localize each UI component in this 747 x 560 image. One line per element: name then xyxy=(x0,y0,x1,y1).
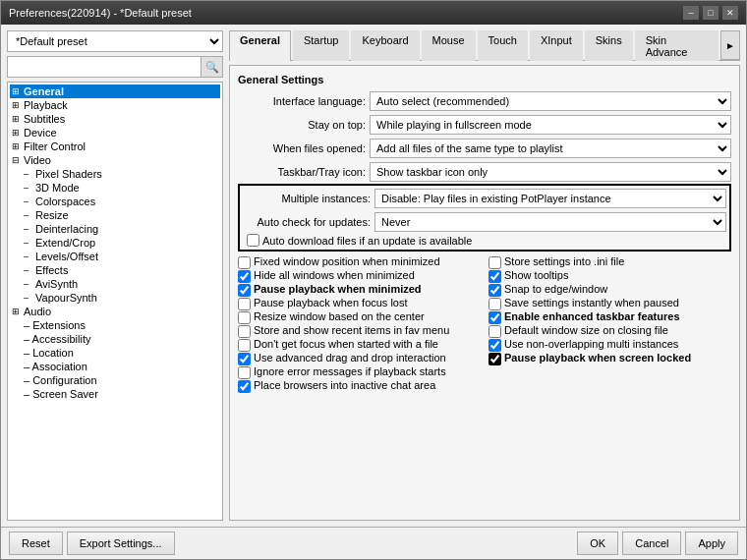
cb-no-focus-input[interactable] xyxy=(238,339,251,352)
search-input[interactable] xyxy=(8,57,201,77)
checkbox-col-left: Fixed window position when minimized Hid… xyxy=(238,255,481,393)
tab-mouse[interactable]: Mouse xyxy=(422,30,476,61)
cb-pause-screen-locked-input[interactable] xyxy=(488,353,501,365)
tree-item-deinterlacing[interactable]: –Deinterlacing xyxy=(22,222,220,236)
tree-label: – Accessibility xyxy=(24,333,90,345)
tree-item-subtitles[interactable]: ⊞ Subtitles xyxy=(10,112,220,126)
tree-label: Video xyxy=(24,154,51,166)
bottom-left: Reset Export Settings... xyxy=(9,532,175,555)
cb-ignore-errors-input[interactable] xyxy=(238,366,251,379)
auto-download-row: Auto download files if an update is avai… xyxy=(243,234,726,247)
cb-pause-minimized-input[interactable] xyxy=(238,284,251,297)
tab-nav-right[interactable]: ► xyxy=(720,30,740,60)
when-files-opened-label: When files opened: xyxy=(238,142,366,154)
content-area: General Settings Interface language: Aut… xyxy=(229,65,740,521)
cb-non-overlapping: Use non-overlapping multi instances xyxy=(488,338,731,352)
tree-item-vapoursynth[interactable]: –VapourSynth xyxy=(22,291,220,305)
auto-download-checkbox[interactable] xyxy=(247,234,259,247)
ok-button[interactable]: OK xyxy=(577,532,618,555)
cancel-button[interactable]: Cancel xyxy=(622,532,681,555)
cb-snap-edge-input[interactable] xyxy=(488,284,501,297)
tree-item-audio[interactable]: ⊞ Audio xyxy=(10,305,220,318)
tree-item-colorspaces[interactable]: –Colorspaces xyxy=(22,195,220,208)
cb-recent-fav-input[interactable] xyxy=(238,325,251,338)
tree-item-3d-mode[interactable]: –3D Mode xyxy=(22,181,220,195)
tree-item-pixel-shaders[interactable]: –Pixel Shaders xyxy=(22,167,220,181)
reset-button[interactable]: Reset xyxy=(9,532,63,555)
tree-item-video[interactable]: ⊟ Video xyxy=(10,153,220,167)
search-button[interactable]: 🔍 xyxy=(201,57,222,77)
tree-item-association[interactable]: – Association xyxy=(10,360,220,373)
export-settings-button[interactable]: Export Settings... xyxy=(67,532,175,555)
tree-item-location[interactable]: – Location xyxy=(10,346,220,360)
cb-show-tooltips-input[interactable] xyxy=(488,270,501,283)
tree-item-filter-control[interactable]: ⊞ Filter Control xyxy=(10,140,220,153)
tree-item-general[interactable]: ⊞ General xyxy=(10,84,220,98)
cb-non-overlapping-input[interactable] xyxy=(488,339,501,352)
cb-drag-drop-input[interactable] xyxy=(238,353,251,365)
cb-resize-center-input[interactable] xyxy=(238,311,251,324)
cb-show-tooltips: Show tooltips xyxy=(488,269,731,283)
cb-pause-focus-input[interactable] xyxy=(238,298,251,310)
tree-item-device[interactable]: ⊞ Device xyxy=(10,126,220,140)
cb-store-ini-input[interactable] xyxy=(488,256,501,269)
title-bar: Preferences(220914) - *Default preset – … xyxy=(1,1,746,25)
tab-xinput[interactable]: XInput xyxy=(530,30,583,61)
preset-select[interactable]: *Default preset xyxy=(7,30,223,52)
tree-item-avisynth[interactable]: –AviSynth xyxy=(22,277,220,291)
expand-icon: ⊞ xyxy=(12,114,22,124)
cb-hide-windows: Hide all windows when minimized xyxy=(238,269,481,283)
tree-item-levels-offset[interactable]: –Levels/Offset xyxy=(22,250,220,263)
tab-keyboard[interactable]: Keyboard xyxy=(351,30,419,61)
tab-skins[interactable]: Skins xyxy=(585,30,633,61)
tree-item-resize[interactable]: –Resize xyxy=(22,208,220,222)
expand-icon: ⊞ xyxy=(12,307,22,316)
tree-item-extend-crop[interactable]: –Extend/Crop xyxy=(22,236,220,250)
cb-resize-center: Resize window based on the center xyxy=(238,310,481,324)
tab-skin-advanced[interactable]: Skin Advance xyxy=(635,30,718,61)
window-title: Preferences(220914) - *Default preset xyxy=(9,7,192,19)
expand-icon: ⊞ xyxy=(12,128,22,138)
cb-hide-windows-input[interactable] xyxy=(238,270,251,283)
taskbar-tray-label: Taskbar/Tray icon: xyxy=(238,166,366,178)
cb-save-paused-input[interactable] xyxy=(488,298,501,310)
search-bar: 🔍 xyxy=(7,56,223,78)
tree-item-accessibility[interactable]: – Accessibility xyxy=(10,332,220,346)
cb-enhanced-taskbar-input[interactable] xyxy=(488,311,501,324)
tree-item-playback[interactable]: ⊞ Playback xyxy=(10,98,220,112)
cb-place-browsers-input[interactable] xyxy=(238,380,251,393)
multiple-instances-select[interactable]: Disable: Play files in existing PotPlaye… xyxy=(374,189,726,208)
apply-button[interactable]: Apply xyxy=(685,532,738,555)
tree-label: – Configuration xyxy=(24,374,97,386)
preferences-window: Preferences(220914) - *Default preset – … xyxy=(0,0,747,560)
stay-on-top-select[interactable]: While playing in fullscreen mode xyxy=(370,115,731,135)
minimize-button[interactable]: – xyxy=(683,6,699,20)
cb-pause-minimized: Pause playback when minimized xyxy=(238,283,481,297)
close-button[interactable]: ✕ xyxy=(722,6,738,20)
tree-item-effects[interactable]: –Effects xyxy=(22,263,220,277)
auto-check-updates-select[interactable]: Never xyxy=(374,212,726,232)
taskbar-tray-select[interactable]: Show taskbar icon only xyxy=(370,162,731,182)
tree-label: – Extensions xyxy=(24,319,86,331)
right-panel: General Startup Keyboard Mouse Touch XIn… xyxy=(229,30,740,521)
maximize-button[interactable]: □ xyxy=(703,6,718,20)
interface-language-select[interactable]: Auto select (recommended) xyxy=(370,91,731,111)
tab-general[interactable]: General xyxy=(229,30,291,61)
when-files-opened-row: When files opened: Add all files of the … xyxy=(238,139,731,158)
tree-item-configuration[interactable]: – Configuration xyxy=(10,373,220,387)
bottom-right: OK Cancel Apply xyxy=(577,532,738,555)
expand-icon: ⊞ xyxy=(12,86,22,96)
tab-startup[interactable]: Startup xyxy=(293,30,349,61)
tab-touch[interactable]: Touch xyxy=(478,30,528,61)
when-files-opened-select[interactable]: Add all files of the same type to playli… xyxy=(370,139,731,158)
cb-default-window: Default window size on closing file xyxy=(488,324,731,338)
cb-default-window-input[interactable] xyxy=(488,325,501,338)
tree-item-screen-saver[interactable]: – Screen Saver xyxy=(10,387,220,401)
expand-icon: ⊞ xyxy=(12,141,22,151)
cb-drag-drop: Use advanced drag and drop interaction xyxy=(238,352,481,365)
settings-grid: Interface language: Auto select (recomme… xyxy=(238,91,731,182)
cb-fixed-window: Fixed window position when minimized xyxy=(238,255,481,269)
tree-item-extensions[interactable]: – Extensions xyxy=(10,318,220,332)
cb-ignore-errors: Ignore error messages if playback starts xyxy=(238,365,481,379)
cb-fixed-window-input[interactable] xyxy=(238,256,251,269)
